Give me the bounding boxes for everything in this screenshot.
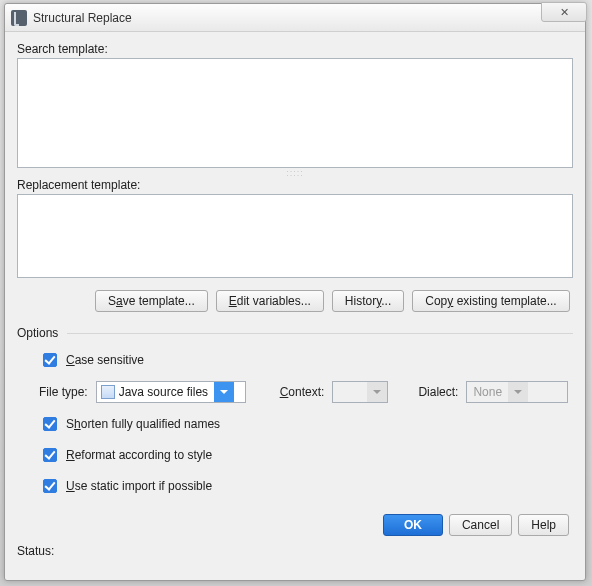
app-icon: [11, 10, 27, 26]
search-template-input[interactable]: [17, 58, 573, 168]
close-icon: ✕: [560, 6, 569, 19]
case-sensitive-label: Case sensitive: [66, 353, 144, 367]
window-title: Structural Replace: [33, 11, 132, 25]
dialect-value: None: [467, 385, 508, 399]
search-template-label: Search template:: [17, 42, 573, 56]
file-type-value: Java source files: [119, 385, 214, 399]
dialog-footer: OK Cancel Help: [17, 496, 573, 542]
dialog-content: Search template: ::::: Replacement templ…: [5, 32, 585, 580]
copy-existing-template-button[interactable]: Copy existing template...: [412, 290, 569, 312]
help-button[interactable]: Help: [518, 514, 569, 536]
options-panel: Case sensitive File type: Java source fi…: [17, 350, 573, 496]
dialect-select[interactable]: None: [466, 381, 568, 403]
file-type-label: File type:: [39, 385, 88, 399]
dialect-label: Dialect:: [418, 385, 458, 399]
file-type-row: File type: Java source files Context: Di…: [39, 381, 573, 403]
shorten-names-option[interactable]: Shorten fully qualified names: [39, 414, 573, 434]
titlebar[interactable]: Structural Replace ✕: [5, 4, 585, 32]
ok-button[interactable]: OK: [383, 514, 443, 536]
file-type-select[interactable]: Java source files: [96, 381, 246, 403]
java-file-icon: [101, 385, 115, 399]
case-sensitive-checkbox[interactable]: [43, 353, 57, 367]
context-label: Context:: [280, 385, 325, 399]
context-select[interactable]: [332, 381, 388, 403]
options-group-label: Options: [17, 326, 573, 340]
static-import-checkbox[interactable]: [43, 479, 57, 493]
history-button[interactable]: History...: [332, 290, 404, 312]
static-import-label: Use static import if possible: [66, 479, 212, 493]
structural-replace-dialog: Structural Replace ✕ Search template: ::…: [4, 3, 586, 581]
splitter-grip[interactable]: :::::: [17, 168, 573, 178]
static-import-option[interactable]: Use static import if possible: [39, 476, 573, 496]
chevron-down-icon: [508, 382, 528, 402]
shorten-names-checkbox[interactable]: [43, 417, 57, 431]
shorten-names-label: Shorten fully qualified names: [66, 417, 220, 431]
edit-variables-button[interactable]: Edit variables...: [216, 290, 324, 312]
reformat-option[interactable]: Reformat according to style: [39, 445, 573, 465]
case-sensitive-option[interactable]: Case sensitive: [39, 350, 573, 370]
cancel-button[interactable]: Cancel: [449, 514, 512, 536]
status-label: Status:: [17, 542, 573, 560]
chevron-down-icon: [214, 382, 234, 402]
replacement-template-input[interactable]: [17, 194, 573, 278]
reformat-checkbox[interactable]: [43, 448, 57, 462]
close-button[interactable]: ✕: [541, 2, 587, 22]
reformat-label: Reformat according to style: [66, 448, 212, 462]
chevron-down-icon: [367, 382, 387, 402]
template-toolbar: Save template... Edit variables... Histo…: [17, 278, 573, 320]
replacement-template-label: Replacement template:: [17, 178, 573, 192]
save-template-button[interactable]: Save template...: [95, 290, 208, 312]
